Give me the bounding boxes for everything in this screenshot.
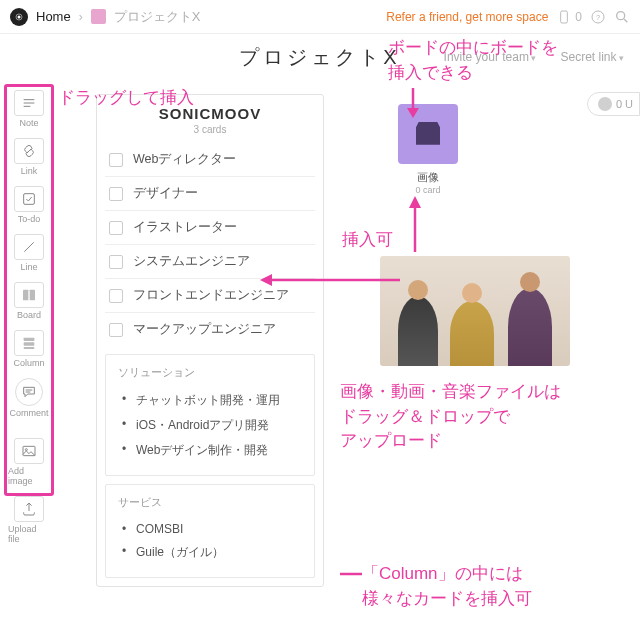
- list-item: Webデザイン制作・開発: [122, 438, 302, 463]
- nested-board-count: 0 card: [390, 185, 466, 195]
- checkbox-icon[interactable]: [109, 187, 123, 201]
- svg-line-11: [24, 242, 33, 251]
- search-icon[interactable]: [614, 9, 630, 25]
- svg-rect-16: [24, 347, 35, 349]
- todo-item[interactable]: システムエンジニア: [105, 244, 315, 278]
- tool-line[interactable]: Line: [8, 232, 50, 274]
- checkbox-icon[interactable]: [109, 289, 123, 303]
- tool-upload-file[interactable]: Upload file: [8, 494, 50, 546]
- tool-note[interactable]: Note: [8, 88, 50, 130]
- board-box-icon: [398, 104, 458, 164]
- chevron-right-icon: ›: [79, 10, 83, 24]
- column-card[interactable]: SONICMOOV 3 cards Webディレクター デザイナー イラストレー…: [96, 94, 324, 587]
- svg-point-1: [18, 15, 21, 18]
- title-bar: プロジェクトX Invite your team Secret link: [0, 34, 640, 80]
- svg-rect-13: [30, 290, 35, 301]
- insert-toolbar: Note Link To-do Line Board Column Commen…: [8, 88, 50, 546]
- page-title[interactable]: プロジェクトX: [239, 44, 400, 71]
- note-card-service[interactable]: サービス COMSBI Guile（ガイル）: [105, 484, 315, 578]
- todo-item[interactable]: フロントエンドエンジニア: [105, 278, 315, 312]
- secret-link-button[interactable]: Secret link: [560, 50, 624, 64]
- refer-link[interactable]: Refer a friend, get more space: [386, 10, 548, 24]
- svg-point-5: [617, 11, 625, 19]
- checkbox-icon[interactable]: [109, 255, 123, 269]
- column-title[interactable]: SONICMOOV: [105, 105, 315, 122]
- tool-board[interactable]: Board: [8, 280, 50, 322]
- todo-item[interactable]: イラストレーター: [105, 210, 315, 244]
- list-item: チャットボット開発・運用: [122, 388, 302, 413]
- tool-add-image[interactable]: Add image: [8, 436, 50, 488]
- app-logo-icon[interactable]: [10, 8, 28, 26]
- checkbox-icon[interactable]: [109, 221, 123, 235]
- svg-rect-15: [24, 342, 35, 345]
- header-bar: Home › プロジェクトX Refer a friend, get more …: [0, 0, 640, 34]
- device-count[interactable]: 0: [556, 9, 582, 25]
- note-card-solution[interactable]: ソリューション チャットボット開発・運用 iOS・Androidアプリ開発 We…: [105, 354, 315, 476]
- breadcrumb-home[interactable]: Home: [36, 9, 71, 24]
- board-canvas[interactable]: SONICMOOV 3 cards Webディレクター デザイナー イラストレー…: [90, 88, 640, 637]
- checkbox-icon[interactable]: [109, 153, 123, 167]
- svg-rect-10: [24, 194, 35, 205]
- project-color-icon: [91, 9, 106, 24]
- list-item: Guile（ガイル）: [122, 540, 302, 565]
- todo-item[interactable]: マークアップエンジニア: [105, 312, 315, 346]
- checkbox-icon[interactable]: [109, 323, 123, 337]
- column-card-count: 3 cards: [105, 124, 315, 135]
- todo-item[interactable]: デザイナー: [105, 176, 315, 210]
- image-card[interactable]: [380, 256, 570, 366]
- todo-item[interactable]: Webディレクター: [105, 143, 315, 176]
- svg-text:?: ?: [596, 12, 600, 21]
- breadcrumb-project[interactable]: プロジェクトX: [114, 8, 201, 26]
- help-icon[interactable]: ?: [590, 9, 606, 25]
- svg-rect-2: [561, 11, 568, 23]
- tool-comment[interactable]: Comment: [8, 376, 50, 420]
- list-item: COMSBI: [122, 518, 302, 540]
- tool-link[interactable]: Link: [8, 136, 50, 178]
- nested-board-card[interactable]: 画像 0 card: [390, 104, 466, 195]
- invite-team-button[interactable]: Invite your team: [444, 50, 537, 64]
- todo-list: Webディレクター デザイナー イラストレーター システムエンジニア フロントエ…: [97, 141, 323, 354]
- nested-board-label: 画像: [390, 170, 466, 185]
- list-item: iOS・Androidアプリ開発: [122, 413, 302, 438]
- tool-todo[interactable]: To-do: [8, 184, 50, 226]
- svg-line-6: [624, 19, 627, 22]
- svg-rect-14: [24, 338, 35, 341]
- svg-rect-12: [23, 290, 28, 301]
- tool-column[interactable]: Column: [8, 328, 50, 370]
